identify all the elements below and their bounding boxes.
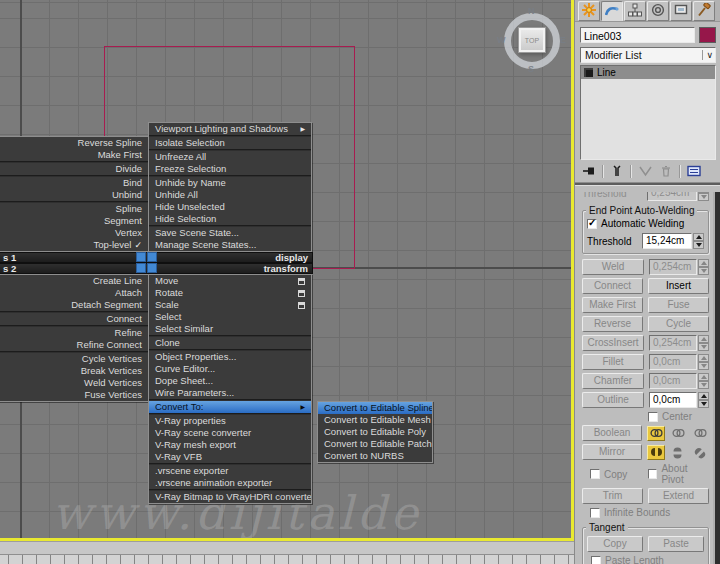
menu-item[interactable]: Refine Connect xyxy=(0,339,148,351)
menu-item[interactable]: Unhide All xyxy=(149,189,311,201)
automatic-welding-checkbox[interactable]: Automatic Welding xyxy=(587,218,704,229)
spinner-down-icon[interactable] xyxy=(698,193,709,201)
menu-item[interactable]: Unfreeze All xyxy=(149,151,311,163)
menu-item[interactable]: Scale xyxy=(149,299,311,311)
menu-item[interactable]: Isolate Selection xyxy=(149,137,311,149)
menu-item[interactable]: V-Ray VFB xyxy=(149,451,311,463)
menu-item[interactable]: Fuse Vertices xyxy=(0,389,148,401)
weld-button[interactable]: Weld xyxy=(582,259,644,275)
menu-item[interactable]: Clone xyxy=(149,337,311,349)
spinner-up-icon[interactable] xyxy=(698,259,709,267)
menu-item[interactable]: Cycle Vertices xyxy=(0,353,148,365)
threshold-value-field[interactable]: 0,254cm xyxy=(647,192,697,201)
menu-item[interactable]: V-Ray mesh export xyxy=(149,439,311,451)
menu-item[interactable]: Spline xyxy=(0,203,148,215)
menu-item[interactable]: Rotate xyxy=(149,287,311,299)
remove-modifier-button[interactable] xyxy=(658,164,674,179)
paste-length-checkbox[interactable]: Paste Length xyxy=(591,555,664,564)
mirror-button[interactable]: Mirror xyxy=(582,444,642,460)
mirror-vertical-icon[interactable] xyxy=(671,443,686,461)
tab-motion[interactable] xyxy=(647,1,669,21)
spinner-down-icon[interactable] xyxy=(693,241,704,249)
menu-item[interactable]: Convert to Editable Mesh xyxy=(318,414,432,426)
spinner-down-icon[interactable] xyxy=(698,267,709,275)
menu-item[interactable]: Convert To:▶ xyxy=(149,401,311,413)
cycle-button[interactable]: Cycle xyxy=(648,316,709,332)
menu-item[interactable]: Manage Scene States... xyxy=(149,239,311,251)
extend-button[interactable]: Extend xyxy=(648,488,709,504)
object-color-swatch[interactable] xyxy=(699,27,716,43)
spinner-down-icon[interactable] xyxy=(698,362,709,370)
outline-value-field[interactable]: 0,0cm xyxy=(649,392,697,408)
chamfer-value-field[interactable]: 0,0cm xyxy=(649,373,697,389)
spinner-up-icon[interactable] xyxy=(698,392,709,400)
menu-item[interactable]: Connect xyxy=(0,313,148,325)
menu-item[interactable]: .vrscene animation exporter xyxy=(149,477,311,489)
tab-modify[interactable] xyxy=(601,1,623,21)
menu-item[interactable]: Unhide by Name xyxy=(149,177,311,189)
menu-item[interactable]: Make First xyxy=(0,149,148,161)
spinner-down-icon[interactable] xyxy=(698,381,709,389)
menu-item[interactable]: Select Similar xyxy=(149,323,311,335)
crossinsert-value-field[interactable]: 0,254cm xyxy=(649,335,697,351)
menu-item[interactable]: Segment xyxy=(0,215,148,227)
menu-item[interactable]: Vertex xyxy=(0,227,148,239)
pin-stack-button[interactable] xyxy=(581,164,597,179)
menu-item[interactable]: Convert to NURBS xyxy=(318,450,432,462)
copy-checkbox[interactable]: Copy xyxy=(590,469,627,480)
tab-create[interactable] xyxy=(578,1,600,21)
insert-button[interactable]: Insert xyxy=(648,278,709,294)
menu-item[interactable]: Move xyxy=(149,275,311,287)
menu-item[interactable]: Attach xyxy=(0,287,148,299)
menu-item[interactable]: Viewport Lighting and Shadows▶ xyxy=(149,123,311,135)
fillet-value-field[interactable]: 0,0cm xyxy=(649,354,697,370)
menu-item[interactable]: V-Ray properties xyxy=(149,415,311,427)
boolean-button[interactable]: Boolean xyxy=(582,425,642,441)
menu-item[interactable]: Convert to Editable Poly xyxy=(318,426,432,438)
viewcube-top-face[interactable]: TOP xyxy=(518,27,546,53)
viewcube[interactable]: N E S W TOP xyxy=(499,8,565,74)
rollout-scrollbar[interactable] xyxy=(713,192,720,564)
menu-item[interactable]: Hide Selection xyxy=(149,213,311,225)
tab-display[interactable] xyxy=(670,1,692,21)
outline-button[interactable]: Outline xyxy=(582,392,644,408)
spinner-down-icon[interactable] xyxy=(698,400,709,408)
spinner-up-icon[interactable] xyxy=(698,373,709,381)
crossinsert-button[interactable]: CrossInsert xyxy=(582,335,644,351)
menu-item[interactable]: Curve Editor... xyxy=(149,363,311,375)
menu-item[interactable]: Freeze Selection xyxy=(149,163,311,175)
modifier-list-dropdown[interactable]: Modifier List ∨ xyxy=(580,47,716,63)
mirror-both-icon[interactable] xyxy=(688,440,711,463)
menu-item[interactable]: Reverse Spline xyxy=(0,137,148,149)
menu-item[interactable]: Bind xyxy=(0,177,148,189)
make-unique-button[interactable] xyxy=(637,164,653,179)
spinner-up-icon[interactable] xyxy=(698,354,709,362)
time-slider-strip[interactable] xyxy=(0,541,574,554)
stack-item-line[interactable]: Line xyxy=(581,66,715,79)
menu-item[interactable]: Wire Parameters... xyxy=(149,387,311,399)
reverse-button[interactable]: Reverse xyxy=(582,316,643,332)
menu-item[interactable]: Create Line xyxy=(0,275,148,287)
tab-hierarchy[interactable] xyxy=(624,1,646,21)
spinner-up-icon[interactable] xyxy=(698,335,709,343)
menu-item[interactable]: Dope Sheet... xyxy=(149,375,311,387)
connect-button[interactable]: Connect xyxy=(582,278,643,294)
menu-item[interactable]: V-Ray Bitmap to VRayHDRI converter xyxy=(149,491,311,503)
menu-item[interactable]: Select xyxy=(149,311,311,323)
infinite-bounds-checkbox[interactable]: Infinite Bounds xyxy=(590,507,670,518)
chamfer-button[interactable]: Chamfer xyxy=(582,373,644,389)
show-end-result-button[interactable] xyxy=(609,164,625,179)
fuse-button[interactable]: Fuse xyxy=(648,297,709,313)
tangent-paste-button[interactable]: Paste xyxy=(648,536,704,552)
menu-item[interactable]: Convert to Editable Patch xyxy=(318,438,432,450)
menu-item[interactable]: Unbind xyxy=(0,189,148,201)
menu-item[interactable]: Convert to Editable Spline xyxy=(318,402,432,414)
tangent-copy-button[interactable]: Copy xyxy=(587,536,643,552)
trim-button[interactable]: Trim xyxy=(582,488,643,504)
menu-item[interactable]: .vrscene exporter xyxy=(149,465,311,477)
menu-item[interactable]: Divide xyxy=(0,163,148,175)
tab-utilities[interactable] xyxy=(693,1,715,21)
fillet-button[interactable]: Fillet xyxy=(582,354,644,370)
menu-item[interactable]: Detach Segment xyxy=(0,299,148,311)
about-pivot-checkbox[interactable]: About Pivot xyxy=(648,463,709,485)
